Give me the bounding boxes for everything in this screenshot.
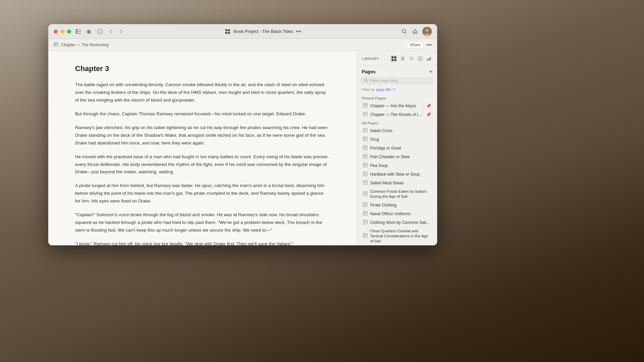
paragraph-3: Ramsey's jaw clenched, his grip on his s… [75, 124, 330, 147]
page-icon-10 [363, 191, 367, 197]
svg-rect-47 [364, 131, 366, 131]
main-window: ? Book Project - The Blac [48, 24, 437, 245]
page-item-pirate-clothing[interactable]: Pirate Clothing [358, 201, 436, 209]
grid-view-icon[interactable] [390, 55, 398, 62]
svg-rect-89 [364, 234, 367, 235]
paragraph-7: "I know," Ramsey cut him off, his voice … [75, 240, 330, 245]
list-view-icon[interactable] [399, 55, 406, 62]
svg-rect-3 [78, 33, 81, 34]
page-title-7: Pea Soup [370, 163, 431, 168]
window-title: Book Project - The Black Tides [234, 29, 293, 34]
page-item-porridge[interactable]: Porridge or Gruel [358, 144, 436, 153]
sidebar-toggle-icon[interactable] [75, 28, 82, 35]
page-icon-13 [363, 220, 367, 225]
share-button[interactable]: Share [407, 41, 423, 49]
svg-rect-50 [364, 139, 367, 139]
page-item-common-foods[interactable]: Common Foods Eaten by Sailors During the… [358, 187, 436, 201]
svg-rect-25 [401, 60, 404, 60]
page-item-salted-meat[interactable]: Salted Meat Stews [358, 179, 436, 187]
svg-rect-87 [364, 223, 366, 223]
svg-rect-38 [364, 105, 367, 106]
pinned-page-item-1[interactable]: Chapter — Into the Abyss 📌 [358, 102, 436, 110]
minimize-button[interactable] [60, 29, 64, 34]
add-page-button[interactable]: + [429, 69, 432, 75]
svg-text:?: ? [99, 30, 101, 34]
svg-rect-69 [364, 181, 367, 182]
page-item-naval-uniforms[interactable]: Naval Officer Uniforms [358, 209, 436, 218]
more-options-button[interactable]: ••• [426, 42, 432, 48]
paragraph-4: He moved with the practiced ease of a ma… [75, 153, 330, 176]
chart-icon[interactable] [425, 55, 432, 62]
page-item-hardtack[interactable]: Hardtack with Stew or Soup [358, 170, 436, 179]
page-icon-3 [363, 128, 367, 133]
paragraph-6: "Captain!" Solomon's voice broke through… [75, 211, 330, 234]
page-title-11: Pirate Clothing [370, 203, 431, 207]
window-controls [54, 29, 71, 34]
search-input[interactable]: Filter page titles [370, 78, 430, 83]
svg-rect-33 [430, 57, 431, 61]
breadcrumb-actions: Share ••• [407, 41, 432, 49]
svg-rect-79 [364, 205, 366, 205]
svg-rect-70 [364, 182, 367, 183]
svg-rect-54 [364, 147, 367, 148]
svg-rect-23 [401, 57, 404, 58]
page-title-13: Clothing Worn by Common Sailors/Seamen [370, 220, 431, 225]
close-button[interactable] [54, 29, 58, 34]
svg-rect-32 [428, 58, 429, 61]
pinned-page-title-1: Chapter — Into the Abyss [370, 104, 423, 108]
svg-rect-43 [364, 115, 366, 115]
svg-rect-7 [228, 29, 230, 31]
pin-icon-2: 📌 [426, 112, 431, 117]
library-view-icons [390, 55, 432, 62]
pinned-page-item-2[interactable]: Chapter — The Ghosts of the Sea 📌 [358, 110, 436, 119]
breadcrumb-icon [54, 42, 58, 48]
page-item-close-quarters[interactable]: Close Quarters Combat and Tactical Consi… [358, 227, 436, 245]
page-title-5: Porridge or Gruel [370, 146, 431, 150]
page-item-grog[interactable]: Grog [358, 135, 436, 144]
svg-rect-18 [55, 45, 56, 45]
page-icon-7 [363, 163, 367, 168]
filter-value[interactable]: page title [376, 87, 395, 92]
svg-rect-8 [225, 32, 227, 34]
title-more-button[interactable]: ••• [296, 28, 301, 35]
page-title-12: Naval Officer Uniforms [370, 212, 431, 216]
svg-rect-31 [427, 59, 428, 61]
page-item-isaiah-cross[interactable]: Isaiah Cross [358, 126, 436, 135]
svg-rect-24 [401, 58, 404, 59]
page-icon-14 [363, 233, 367, 239]
page-icon-2 [363, 112, 367, 117]
page-item-clothing-sailors[interactable]: Clothing Worn by Common Sailors/Seamen [358, 218, 436, 227]
svg-rect-71 [364, 183, 366, 183]
svg-rect-42 [364, 114, 367, 114]
avatar[interactable] [422, 27, 432, 36]
document-area[interactable]: Chapter 3 The battle raged on with unrel… [48, 51, 357, 245]
svg-rect-55 [364, 148, 366, 148]
page-title-6: Fish Chowder or Stew [370, 155, 431, 159]
page-item-pea-soup[interactable]: Pea Soup [358, 161, 436, 170]
svg-rect-67 [364, 174, 366, 175]
help-icon[interactable]: ? [97, 28, 103, 35]
breadcrumb-text: Chapter — The Reckoning [61, 43, 109, 47]
maximize-button[interactable] [67, 29, 71, 34]
svg-rect-82 [364, 213, 367, 213]
svg-rect-1 [78, 29, 81, 30]
layers-icon[interactable] [408, 55, 415, 62]
app-grid-icon [224, 28, 231, 35]
svg-rect-22 [394, 59, 396, 61]
back-icon[interactable] [107, 28, 114, 35]
page-item-fish-chowder[interactable]: Fish Chowder or Stew [358, 153, 436, 161]
table-icon[interactable] [416, 55, 424, 62]
home-icon[interactable] [412, 28, 418, 35]
page-icon-9 [363, 180, 367, 186]
page-title-4: Grog [370, 137, 431, 142]
svg-rect-63 [364, 166, 366, 166]
search-icon[interactable] [401, 28, 408, 35]
forward-icon[interactable] [118, 28, 125, 35]
filter-label: Filter by [362, 87, 375, 92]
svg-rect-66 [364, 174, 367, 174]
titlebar-right [401, 27, 432, 36]
search-bar[interactable]: Filter page titles [360, 77, 434, 85]
pages-title: Pages [362, 69, 375, 74]
page-list[interactable]: Pinned Pages Chapter — Into the Abyss 📌 [357, 94, 437, 245]
moon-icon[interactable] [86, 28, 93, 35]
